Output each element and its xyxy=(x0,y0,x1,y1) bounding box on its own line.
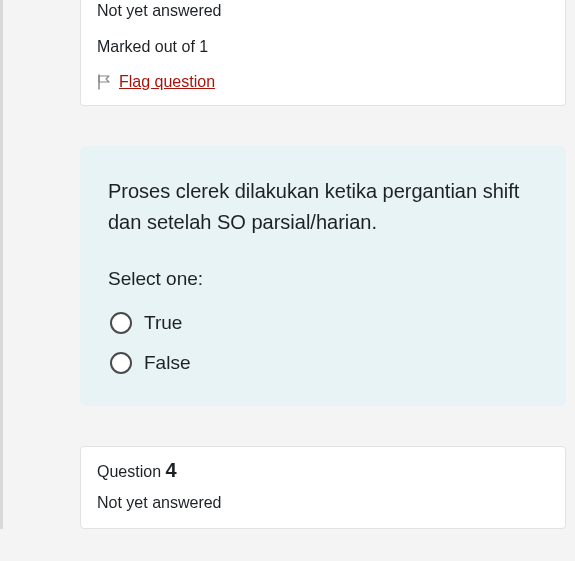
question-text: Proses clerek dilakukan ketika pergantia… xyxy=(108,176,538,238)
radio-icon xyxy=(110,312,132,334)
question-3-info-card: Not yet answered Marked out of 1 Flag qu… xyxy=(80,0,566,106)
question-number-value: 4 xyxy=(165,459,176,481)
option-true-label: True xyxy=(144,312,182,334)
question-status: Not yet answered xyxy=(97,0,549,22)
question-status: Not yet answered xyxy=(97,492,549,514)
question-4-info-card: Question 4 Not yet answered xyxy=(80,446,566,529)
select-one-prompt: Select one: xyxy=(108,268,538,290)
option-true[interactable]: True xyxy=(110,312,538,334)
option-false[interactable]: False xyxy=(110,352,538,374)
question-3-content-card: Proses clerek dilakukan ketika pergantia… xyxy=(80,146,566,406)
question-marks: Marked out of 1 xyxy=(97,36,549,58)
option-false-label: False xyxy=(144,352,190,374)
question-number-label: Question xyxy=(97,463,165,480)
flag-icon xyxy=(97,74,111,90)
page-wrap: Not yet answered Marked out of 1 Flag qu… xyxy=(0,0,575,529)
radio-icon xyxy=(110,352,132,374)
question-number-row: Question 4 xyxy=(97,459,549,482)
flag-row: Flag question xyxy=(97,73,549,91)
flag-question-link[interactable]: Flag question xyxy=(119,73,215,91)
inner-column: Not yet answered Marked out of 1 Flag qu… xyxy=(41,0,566,529)
